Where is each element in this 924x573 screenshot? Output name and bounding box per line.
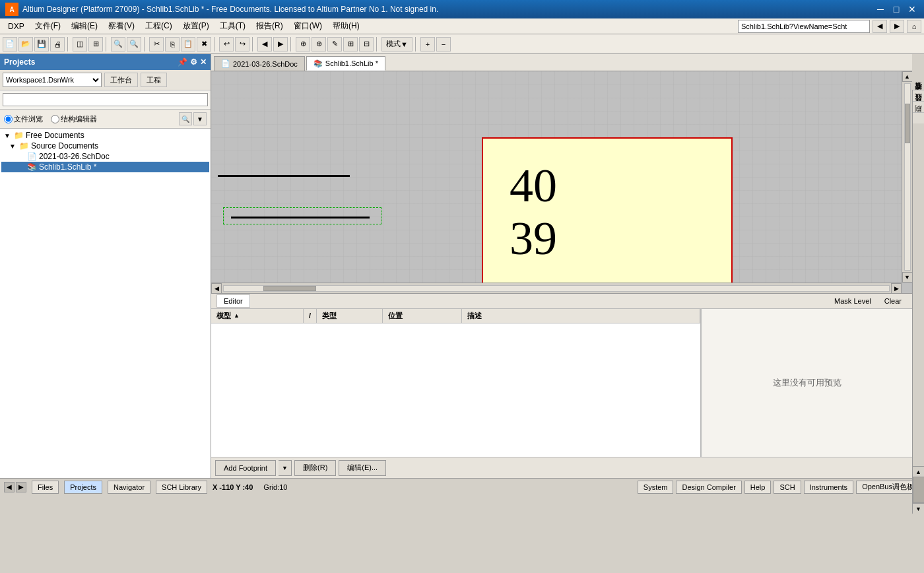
tb-comp[interactable]: ⊞ [88, 37, 103, 51]
struct-view-radio[interactable]: 结构编辑器 [51, 114, 97, 124]
scroll-down-button[interactable]: ▼ [902, 272, 913, 283]
tb-new[interactable]: 📄 [3, 37, 17, 51]
tb-paste[interactable]: 📋 [181, 37, 195, 51]
scroll-up-button[interactable]: ▲ [902, 71, 913, 82]
scroll-left-button[interactable]: ◀ [211, 283, 222, 294]
tb-minus[interactable]: − [436, 37, 451, 51]
sb-prev-button[interactable]: ◀ [4, 482, 15, 492]
project-button[interactable]: 工程 [141, 73, 167, 87]
tab-schlib-label: Schlib1.SchLib * [325, 59, 378, 67]
tb-open[interactable]: 📂 [18, 37, 33, 51]
view-icons: 🔍 ▼ [179, 112, 207, 125]
sb-system-tab[interactable]: System [638, 481, 674, 494]
tb-print[interactable]: 🖨 [50, 37, 65, 51]
frs-tab-manage[interactable]: 察看管理 [913, 90, 925, 101]
tb-extra2[interactable]: ⊕ [312, 37, 326, 51]
canvas-area[interactable]: 40 39 ◀ ▶ [211, 71, 912, 293]
title-text: Altium Designer (Platform 27009) - Schli… [22, 5, 874, 14]
sb-projects-tab[interactable]: Projects [64, 481, 102, 494]
add-footprint-dropdown[interactable]: ▼ [279, 460, 292, 476]
tree-item-source[interactable]: ▼ 📁 Source Documents [1, 141, 209, 151]
menu-dxp[interactable]: DXP [3, 18, 30, 34]
tree-item-schlib[interactable]: 📚 Schlib1.SchLib * [1, 162, 209, 172]
menu-report[interactable]: 报告(R) [251, 18, 288, 34]
tab-schdoc[interactable]: 📄 2021-03-26.SchDoc [214, 56, 305, 71]
tb-copy[interactable]: ⎘ [165, 37, 180, 51]
minimize-button[interactable]: ─ [874, 3, 887, 15]
h-scroll-track[interactable] [223, 285, 890, 292]
frs-scroll-thumb[interactable] [913, 477, 925, 503]
nav-home-button[interactable]: ⌂ [907, 20, 921, 33]
panel-close-icon[interactable]: ✕ [200, 57, 207, 67]
tb-back[interactable]: ◀ [257, 37, 272, 51]
frs-tab-nav[interactable]: 导航器 [913, 101, 925, 112]
scroll-right-button[interactable]: ▶ [891, 283, 902, 294]
v-scroll-thumb[interactable] [905, 104, 910, 143]
tb-plus[interactable]: + [420, 37, 435, 51]
nav-back-button[interactable]: ◀ [873, 20, 887, 33]
app-icon-text: A [9, 6, 14, 13]
file-view-radio[interactable]: 文件浏览 [4, 114, 43, 124]
sb-help-tab[interactable]: Help [744, 481, 772, 494]
mask-level-button[interactable]: Mask Level [829, 296, 876, 306]
sb-next-button[interactable]: ▶ [16, 482, 26, 492]
menu-view[interactable]: 察看(V) [103, 18, 140, 34]
tab-schlib[interactable]: 📚 Schlib1.SchLib * [306, 56, 385, 71]
h-scroll-thumb[interactable] [263, 286, 316, 291]
sb-design-compiler-tab[interactable]: Design Compiler [676, 481, 741, 494]
tb-extra4[interactable]: ⊞ [343, 37, 358, 51]
workbench-button[interactable]: 工作台 [104, 73, 138, 87]
sb-sch-lib-tab[interactable]: SCH Library [156, 481, 207, 494]
menu-help[interactable]: 帮助(H) [327, 18, 365, 34]
tb-zoom-out[interactable]: 🔍 [127, 37, 141, 51]
project-search-input[interactable] [3, 93, 208, 106]
tb-cut[interactable]: ✂ [149, 37, 164, 51]
sb-instruments-tab[interactable]: Instruments [804, 481, 853, 494]
tb-delete[interactable]: ✖ [197, 37, 211, 51]
add-footprint-button[interactable]: Add Footprint [215, 460, 276, 476]
tb-extra1[interactable]: ⊕ [296, 37, 310, 51]
tb-save[interactable]: 💾 [34, 37, 49, 51]
view-icon-btn-2[interactable]: ▼ [193, 112, 207, 125]
delete-button[interactable]: 删除(R) [294, 460, 336, 476]
nav-forward-button[interactable]: ▶ [890, 20, 904, 33]
tb-layers[interactable]: ◫ [73, 37, 87, 51]
menu-place[interactable]: 放置(P) [178, 18, 214, 34]
frs-scroll-down[interactable]: ▼ [913, 503, 925, 514]
tab-schdoc-icon: 📄 [221, 59, 230, 68]
tb-undo[interactable]: ↩ [219, 37, 234, 51]
tb-zoom-in[interactable]: 🔍 [111, 37, 125, 51]
mode-button[interactable]: 模式 ▼ [381, 37, 412, 51]
clear-button[interactable]: Clear [879, 296, 907, 306]
sb-sch-tab[interactable]: SCH [774, 481, 801, 494]
menu-file[interactable]: 文件(F) [30, 18, 66, 34]
tree-item-root[interactable]: ▼ 📁 Free Documents [1, 130, 209, 141]
close-button[interactable]: ✕ [906, 3, 919, 15]
tb-redo[interactable]: ↪ [235, 37, 249, 51]
menu-project[interactable]: 工程(C) [140, 18, 178, 34]
frs-tab-brush[interactable]: 刷 [913, 112, 925, 123]
tb-extra5[interactable]: ⊟ [359, 37, 374, 51]
panel-header: Projects 📌 ⚙ ✕ [0, 54, 211, 70]
editor-tab[interactable]: Editor [216, 294, 250, 308]
edit-button[interactable]: 编辑(E)... [339, 460, 386, 476]
panel-settings-icon[interactable]: ⚙ [190, 57, 197, 67]
sb-openbus-tab[interactable]: OpenBus调色板 [856, 481, 920, 494]
sort-model-icon[interactable]: ▲ [234, 312, 240, 319]
v-scroll-track[interactable] [904, 83, 911, 271]
sb-files-tab[interactable]: Files [32, 481, 59, 494]
menu-edit[interactable]: 编辑(E) [66, 18, 103, 34]
sb-navigator-tab[interactable]: Navigator [108, 481, 150, 494]
workspace-select[interactable]: Workspace1.DsnWrk [3, 73, 102, 87]
menu-tools[interactable]: 工具(T) [214, 18, 251, 34]
table-body [211, 323, 700, 457]
tb-fwd[interactable]: ▶ [273, 37, 288, 51]
restore-button[interactable]: □ [890, 3, 903, 15]
view-icon-btn-1[interactable]: 🔍 [179, 112, 192, 125]
menu-window[interactable]: 窗口(W) [288, 18, 327, 34]
frs-scroll-up[interactable]: ▲ [913, 466, 925, 477]
address-bar-input[interactable] [738, 20, 870, 33]
tree-item-schdoc[interactable]: 📄 2021-03-26.SchDoc [1, 151, 209, 162]
tb-extra3[interactable]: ✎ [327, 37, 342, 51]
panel-pin-icon[interactable]: 📌 [178, 57, 187, 67]
